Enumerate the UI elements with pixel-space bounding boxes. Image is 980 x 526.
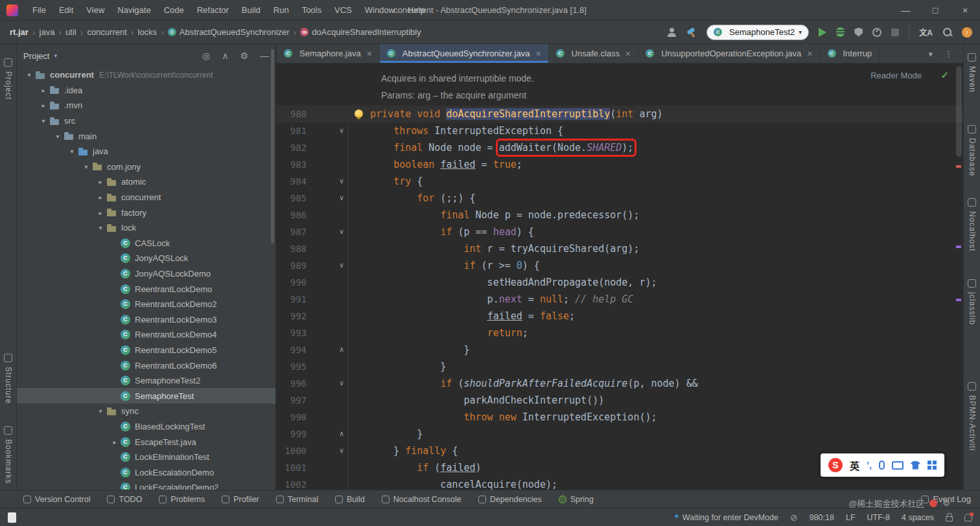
- tree-expand-icon[interactable]: ▸: [95, 194, 106, 201]
- tree-collapse-icon[interactable]: ▾: [95, 407, 106, 415]
- toolwindow-button-build[interactable]: Build: [335, 495, 365, 504]
- reader-mode-toggle[interactable]: Reader Mode: [870, 71, 922, 80]
- code-line[interactable]: 1002 cancelAcquire(node);: [277, 476, 963, 490]
- tree-item-reentrantlockdemo4[interactable]: CReentrantLockDemo4: [17, 327, 275, 343]
- tree-item-concurrent[interactable]: ▾concurrentE:\TLWork\concurrent\concurre…: [17, 67, 275, 83]
- chevron-down-icon[interactable]: ▾: [54, 52, 57, 59]
- inspections-ok-icon[interactable]: ✓: [940, 69, 949, 81]
- tool-stripe-structure[interactable]: Structure: [4, 354, 13, 404]
- fold-icon[interactable]: ∨: [336, 122, 347, 139]
- code-line[interactable]: 984∨ try {: [277, 173, 963, 190]
- code-line[interactable]: 994∧ }: [277, 341, 963, 358]
- tree-item-semaphonetest2[interactable]: CSemaphoneTest2: [17, 373, 275, 389]
- keyboard-icon[interactable]: [892, 461, 904, 470]
- tree-collapse-icon[interactable]: ▾: [23, 71, 35, 78]
- profiler-button[interactable]: [872, 28, 881, 37]
- devmode-status[interactable]: * Waiting for enter DevMode: [675, 512, 778, 523]
- toolwindow-button-spring[interactable]: Spring: [559, 495, 594, 504]
- file-encoding[interactable]: UTF-8: [867, 513, 890, 522]
- menu-navigate[interactable]: Navigate: [111, 5, 157, 15]
- toolwindow-button-terminal[interactable]: Terminal: [276, 495, 318, 504]
- tool-stripe-bookmarks[interactable]: Bookmarks: [4, 426, 13, 484]
- tree-item-factory[interactable]: ▸factory: [17, 205, 275, 220]
- update-icon[interactable]: ↑: [962, 27, 972, 38]
- fold-icon[interactable]: ∨: [336, 173, 347, 190]
- code-line[interactable]: 981∨ throws InterruptedException {: [277, 122, 963, 139]
- toolwindow-button-dependencies[interactable]: Dependencies: [478, 495, 542, 504]
- code-line[interactable]: 985∨ for (;;) {: [277, 190, 963, 207]
- editor-tab-semaphore-java[interactable]: CSemaphore.java×: [277, 44, 380, 63]
- tree-item-reentrantlockdemo5[interactable]: CReentrantLockDemo5: [17, 343, 275, 358]
- close-icon[interactable]: ×: [807, 49, 812, 59]
- tree-item-biasedlockingtest[interactable]: CBiasedLockingTest: [17, 419, 275, 435]
- toolwindow-button-nocalhost-console[interactable]: Nocalhost Console: [382, 495, 461, 504]
- lock-icon[interactable]: [946, 516, 953, 521]
- project-scrollbar[interactable]: [271, 49, 274, 244]
- breadcrumb-locks[interactable]: locks: [136, 26, 159, 38]
- tree-item-lockescalationdemo[interactable]: CLockEscalationDemo: [17, 464, 275, 480]
- editor-scrollbar[interactable]: [954, 63, 963, 490]
- code-line[interactable]: 991 p.next = null; // help GC: [277, 291, 963, 308]
- tree-item-sync[interactable]: ▾sync: [17, 404, 275, 419]
- tree-expand-icon[interactable]: ▸: [95, 209, 106, 216]
- project-panel-title[interactable]: Project: [23, 51, 49, 61]
- caret-position[interactable]: 980:18: [810, 513, 834, 522]
- tree-item-reentrantlockdemo2[interactable]: CReentrantLockDemo2: [17, 297, 275, 312]
- tree-item-com-jony[interactable]: ▾com.jony: [17, 159, 275, 175]
- user-icon[interactable]: [666, 27, 677, 38]
- code-line[interactable]: 999∧ }: [277, 426, 963, 442]
- tree-item-mvn[interactable]: ▸.mvn: [17, 98, 275, 113]
- breadcrumb-doacquiresharedinterruptibly[interactable]: mdoAcquireSharedInterruptibly: [298, 26, 423, 38]
- tree-item-lockescalationdemo2[interactable]: CLockEscalationDemo2: [17, 480, 275, 490]
- close-icon[interactable]: ×: [625, 49, 631, 59]
- menu-vcs[interactable]: VCS: [328, 5, 358, 15]
- run-button[interactable]: [819, 28, 826, 37]
- code-line[interactable]: 997 parkAndCheckInterrupt()): [277, 392, 963, 409]
- tree-item-reentrantlockdemo6[interactable]: CReentrantLockDemo6: [17, 358, 275, 373]
- tree-item-main[interactable]: ▾main: [17, 128, 275, 144]
- tool-stripe-bpmn-activiti[interactable]: BPMN-Activiti: [968, 382, 977, 451]
- tab-options-icon[interactable]: ⋮: [944, 49, 953, 59]
- editor-tab-unsupportedoperationexception-java[interactable]: CUnsupportedOperationException.java×: [638, 44, 820, 63]
- editor-tab-abstractqueuedsynchronizer-java[interactable]: CAbstractQueuedSynchronizer.java×: [380, 44, 549, 63]
- more-tools-icon[interactable]: [928, 461, 931, 464]
- code-line[interactable]: 993 return;: [277, 325, 963, 341]
- tree-item-lockeliminationtest[interactable]: CLockEliminationTest: [17, 450, 275, 465]
- tool-stripe-jclasslib[interactable]: jclasslib: [968, 279, 977, 325]
- close-icon[interactable]: ×: [535, 49, 541, 59]
- tree-item-lock[interactable]: ▾lock: [17, 220, 275, 236]
- indent-setting[interactable]: 4 spaces: [902, 513, 934, 522]
- maximize-button[interactable]: □: [920, 0, 950, 21]
- code-line[interactable]: 986 final Node p = node.predecessor();: [277, 207, 963, 223]
- toolwindow-button-version-control[interactable]: Version Control: [23, 495, 90, 504]
- debug-button[interactable]: [836, 27, 845, 37]
- breadcrumb-java[interactable]: java: [38, 26, 57, 38]
- tree-item-java[interactable]: ▾java: [17, 144, 275, 159]
- notifications-icon[interactable]: [964, 514, 972, 521]
- tool-stripe-database[interactable]: Database: [968, 125, 977, 176]
- hidden-tabs-icon[interactable]: ▾: [928, 49, 933, 59]
- intention-bulb-icon[interactable]: [355, 109, 363, 118]
- tree-expand-icon[interactable]: ▸: [95, 178, 106, 185]
- tree-collapse-icon[interactable]: ▾: [66, 148, 78, 155]
- tree-expand-icon[interactable]: ▸: [109, 439, 121, 446]
- code-line[interactable]: 989∨ if (r >= 0) {: [277, 257, 963, 274]
- close-icon[interactable]: ×: [367, 49, 372, 59]
- editor-content[interactable]: Acquires in shared interruptible mode. P…: [277, 63, 963, 490]
- line-separator[interactable]: LF: [846, 513, 856, 522]
- tool-stripe-maven[interactable]: Maven: [968, 53, 977, 93]
- code-line[interactable]: 987∨ if (p == head) {: [277, 223, 963, 240]
- fold-icon[interactable]: ∧: [336, 426, 347, 442]
- code-line[interactable]: 988 int r = tryAcquireShared(arg);: [277, 240, 963, 257]
- code-line[interactable]: 983 boolean failed = true;: [277, 156, 963, 173]
- menu-tools[interactable]: Tools: [296, 5, 328, 15]
- toolwindow-button-todo[interactable]: TODO: [107, 495, 142, 504]
- tree-item-caslock[interactable]: CCASLock: [17, 236, 275, 251]
- tree-item-idea[interactable]: ▸.idea: [17, 83, 275, 98]
- fold-icon[interactable]: ∧: [336, 341, 347, 358]
- punctuation-icon[interactable]: ’,: [867, 460, 872, 470]
- tree-item-atomic[interactable]: ▸atomic: [17, 174, 275, 190]
- editor-tab-interrup[interactable]: CInterrup: [821, 44, 880, 63]
- breadcrumb-util[interactable]: util: [64, 26, 78, 38]
- translate-icon[interactable]: 文A: [919, 27, 933, 38]
